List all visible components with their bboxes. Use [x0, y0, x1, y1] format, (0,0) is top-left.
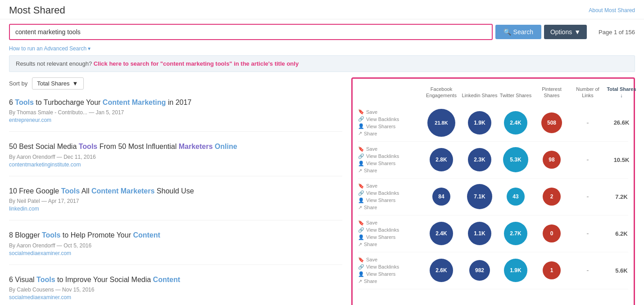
article-meta: By Neil Patel — Apr 17, 2017: [9, 198, 342, 204]
sort-dropdown[interactable]: Total Shares ▼: [32, 77, 84, 90]
linkedin-circle: 1.1K: [468, 222, 491, 245]
links-cell: -: [570, 229, 606, 238]
twitter-circle: 43: [507, 188, 525, 206]
list-item: 6 Tools to Turbocharge Your Content Mark…: [9, 98, 342, 132]
view-sharers-action[interactable]: 👤View Sharers: [358, 197, 421, 203]
action-icon: 👤: [358, 271, 364, 277]
row-actions: 🔖Save🔗View Backlinks👤View Sharers↗Share: [358, 220, 421, 247]
view-sharers-action[interactable]: 👤View Sharers: [358, 271, 421, 277]
save-action[interactable]: 🔖Save: [358, 109, 421, 115]
search-icon: 🔍: [503, 28, 511, 36]
column-headers: Facebook Engagements Linkedin Shares Twi…: [358, 86, 628, 103]
links-cell: -: [570, 193, 606, 201]
article-meta: By Aaron Orendorff — Dec 11, 2016: [9, 154, 342, 160]
linkedin-cell: 2.3K: [462, 148, 498, 171]
view-backlinks-action[interactable]: 🔗View Backlinks: [358, 116, 421, 122]
article-meta: By Thomas Smale - Contributo... — Jan 5,…: [9, 109, 342, 116]
twitter-cell: 5.3K: [498, 147, 534, 172]
left-column: Sort by Total Shares ▼ 6 Tools to Turboc…: [9, 77, 351, 305]
facebook-cell: 2.4K: [421, 222, 462, 245]
col-header-pinterest: Pinterest Shares: [534, 86, 570, 99]
save-action[interactable]: 🔖Save: [358, 220, 421, 226]
view-backlinks-action[interactable]: 🔗View Backlinks: [358, 190, 421, 196]
linkedin-cell: 1.9K: [462, 111, 498, 135]
table-row: 🔖Save🔗View Backlinks👤View Sharers↗Share2…: [358, 215, 628, 252]
action-icon: 🔗: [358, 264, 364, 270]
view-sharers-action[interactable]: 👤View Sharers: [358, 123, 421, 129]
title-only-search-link[interactable]: Click here to search for "content market…: [94, 60, 299, 67]
col-header-links: Number of Links: [570, 86, 606, 99]
row-actions: 🔖Save🔗View Backlinks👤View Sharers↗Share: [358, 109, 421, 136]
action-icon: ↗: [358, 242, 362, 247]
linkedin-cell: 7.1K: [462, 184, 498, 209]
share-action[interactable]: ↗Share: [358, 205, 421, 211]
row-actions: 🔖Save🔗View Backlinks👤View Sharers↗Share: [358, 183, 421, 211]
article-source[interactable]: entrepreneur.com: [9, 117, 342, 123]
article-title: 10 Free Google Tools All Content Markete…: [9, 186, 342, 196]
save-action[interactable]: 🔖Save: [358, 146, 421, 152]
twitter-cell: 2.4K: [498, 111, 534, 135]
links-cell: -: [570, 119, 606, 127]
right-panel: Facebook Engagements Linkedin Shares Twi…: [351, 77, 635, 305]
view-backlinks-action[interactable]: 🔗View Backlinks: [358, 227, 421, 233]
total-shares-value: 5.6K: [606, 267, 637, 274]
linkedin-circle: 2.3K: [468, 148, 491, 171]
search-button[interactable]: 🔍 Search: [495, 25, 541, 39]
pinterest-cell: 2: [534, 188, 570, 206]
action-icon: ↗: [358, 130, 362, 136]
share-action[interactable]: ↗Share: [358, 242, 421, 247]
linkedin-cell: 1.1K: [462, 222, 498, 245]
advanced-search-link[interactable]: How to run an Advanced Search ▾: [0, 45, 644, 55]
search-bar: 🔍 Search Options ▼ Page 1 of 156: [0, 19, 644, 45]
chevron-down-icon: ▼: [72, 80, 78, 87]
article-source[interactable]: socialmediaexaminer.com: [9, 294, 342, 301]
facebook-circle: 2.6K: [430, 259, 453, 282]
action-icon: 🔗: [358, 153, 364, 159]
action-icon: 🔖: [358, 220, 364, 226]
pinterest-circle: 2: [543, 188, 561, 206]
linkedin-circle: 982: [469, 260, 490, 281]
article-source[interactable]: socialmediaexaminer.com: [9, 250, 342, 256]
search-input[interactable]: [9, 24, 493, 40]
total-shares-value: 10.5K: [606, 157, 637, 163]
facebook-cell: 84: [421, 188, 462, 206]
linkedin-cell: 982: [462, 260, 498, 281]
share-action[interactable]: ↗Share: [358, 278, 421, 284]
view-sharers-action[interactable]: 👤View Sharers: [358, 234, 421, 240]
save-action[interactable]: 🔖Save: [358, 257, 421, 263]
table-row: 🔖Save🔗View Backlinks👤View Sharers↗Share2…: [358, 104, 628, 142]
pinterest-cell: 1: [534, 261, 570, 279]
article-source[interactable]: contentmarketinginstitute.com: [9, 161, 342, 168]
view-backlinks-action[interactable]: 🔗View Backlinks: [358, 153, 421, 159]
options-button[interactable]: Options ▼: [544, 25, 587, 39]
action-icon: 👤: [358, 123, 364, 129]
save-action[interactable]: 🔖Save: [358, 183, 421, 189]
action-icon: ↗: [358, 205, 362, 211]
facebook-cell: 2.6K: [421, 259, 462, 282]
about-link[interactable]: About Most Shared: [589, 7, 635, 13]
col-header-twitter: Twitter Shares: [498, 92, 534, 99]
article-title: 8 Blogger Tools to Help Promote Your Con…: [9, 230, 342, 240]
facebook-cell: 2.8K: [421, 148, 462, 171]
article-meta: By Aaron Orendorff — Oct 5, 2016: [9, 242, 342, 249]
action-icon: 👤: [358, 161, 364, 166]
list-item: 8 Blogger Tools to Help Promote Your Con…: [9, 230, 342, 265]
view-backlinks-action[interactable]: 🔗View Backlinks: [358, 264, 421, 270]
facebook-circle: 21.8K: [427, 109, 455, 137]
main-content: Sort by Total Shares ▼ 6 Tools to Turboc…: [0, 77, 644, 305]
article-source[interactable]: linkedin.com: [9, 206, 342, 212]
linkedin-circle: 1.9K: [468, 111, 491, 135]
action-icon: 🔖: [358, 183, 364, 189]
share-action[interactable]: ↗Share: [358, 130, 421, 136]
share-action[interactable]: ↗Share: [358, 168, 421, 174]
action-icon: 🔗: [358, 190, 364, 196]
article-title: 6 Visual Tools to Improve Your Social Me…: [9, 275, 342, 285]
pinterest-circle: 0: [543, 224, 561, 242]
list-item: 10 Free Google Tools All Content Markete…: [9, 186, 342, 220]
view-sharers-action[interactable]: 👤View Sharers: [358, 161, 421, 166]
twitter-cell: 43: [498, 188, 534, 206]
table-row: 🔖Save🔗View Backlinks👤View Sharers↗Share2…: [358, 142, 628, 179]
links-cell: -: [570, 266, 606, 274]
action-icon: 🔖: [358, 257, 364, 263]
page-title: Most Shared: [9, 4, 65, 16]
